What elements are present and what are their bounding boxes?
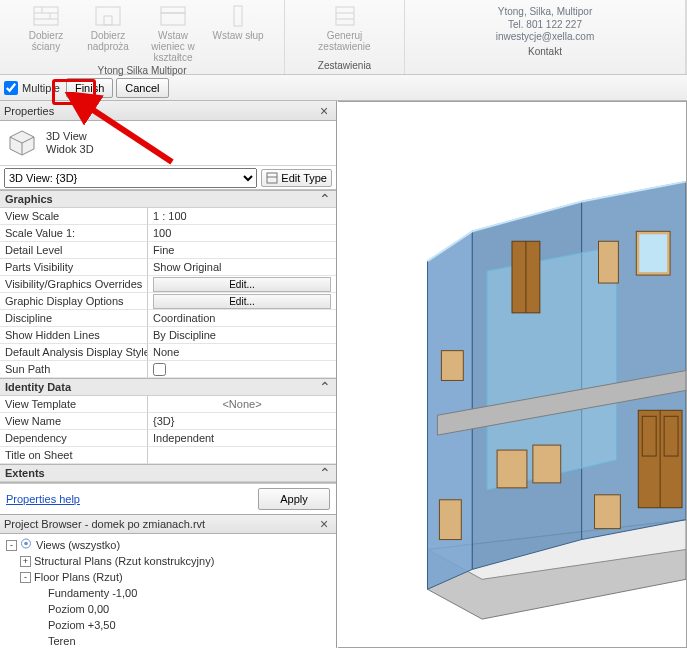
property-key: Show Hidden Lines [0, 327, 148, 344]
properties-help-link[interactable]: Properties help [6, 493, 80, 505]
tree-label: Poziom +3,50 [48, 618, 116, 634]
edit-type-button[interactable]: Edit Type [261, 169, 332, 187]
property-value[interactable] [148, 361, 336, 378]
tree-node[interactable]: -Floor Plans (Rzut) [6, 570, 332, 586]
contact-block[interactable]: Ytong, Silka, Multipor Tel. 801 122 227 … [408, 2, 682, 44]
property-value[interactable]: 1 : 100 [148, 208, 336, 225]
instance-select[interactable]: 3D View: {3D} [4, 168, 257, 188]
wall-icon [32, 4, 60, 28]
ribbon-group-kontakt: Ytong, Silka, Multipor Tel. 801 122 227 … [405, 0, 686, 74]
property-value[interactable]: Coordination [148, 310, 336, 327]
property-value[interactable]: Fine [148, 242, 336, 259]
property-value[interactable]: None [148, 344, 336, 361]
property-row[interactable]: View Name{3D} [0, 413, 336, 430]
close-icon[interactable]: × [316, 516, 332, 532]
multiple-checkbox[interactable]: Multiple [4, 81, 60, 95]
tree-node[interactable]: Poziom 0,00 [6, 602, 332, 618]
property-row[interactable]: Visibility/Graphics OverridesEdit... [0, 276, 336, 293]
edit-button[interactable]: Edit... [153, 277, 331, 292]
property-key: Default Analysis Display Style [0, 344, 148, 361]
collapse-icon[interactable]: - [20, 572, 31, 583]
property-value[interactable]: <None> [148, 396, 336, 413]
collapse-icon[interactable]: ⌃ [319, 379, 331, 395]
property-row[interactable]: DisciplineCoordination [0, 310, 336, 327]
properties-title: Properties [4, 105, 54, 117]
property-key: Dependency [0, 430, 148, 447]
category-label: Identity Data [5, 381, 71, 393]
cancel-button[interactable]: Cancel [116, 78, 168, 98]
property-row[interactable]: Detail LevelFine [0, 242, 336, 259]
3d-viewport[interactable] [338, 101, 687, 648]
finish-button[interactable]: Finish [66, 78, 113, 98]
ribbon-label: Dobierz ściany [16, 30, 76, 52]
type-family: 3D View [46, 130, 94, 143]
property-row[interactable]: Default Analysis Display StyleNone [0, 344, 336, 361]
property-row[interactable]: DependencyIndependent [0, 430, 336, 447]
btn-dobierz-sciany[interactable]: Dobierz ściany [16, 2, 76, 52]
property-key: View Template [0, 396, 148, 413]
category-extents[interactable]: Extents⌃ [0, 464, 336, 482]
property-row[interactable]: Title on Sheet [0, 447, 336, 464]
tree-node[interactable]: Teren [6, 634, 332, 648]
property-row[interactable]: Show Hidden LinesBy Discipline [0, 327, 336, 344]
expand-icon[interactable]: + [20, 556, 31, 567]
3d-view-icon [6, 129, 38, 157]
schedule-icon [331, 4, 359, 28]
property-row[interactable]: Graphic Display OptionsEdit... [0, 293, 336, 310]
browser-title: Project Browser - domek po zmianach.rvt [4, 518, 205, 530]
ribbon-group-title: Kontakt [408, 44, 682, 60]
project-tree[interactable]: -Views (wszystko)+Structural Plans (Rzut… [0, 534, 336, 648]
property-row[interactable]: View Template<None> [0, 396, 336, 413]
property-value[interactable]: 100 [148, 225, 336, 242]
apply-button[interactable]: Apply [258, 488, 330, 510]
collapse-icon[interactable]: - [6, 540, 17, 551]
btn-wstaw-slup[interactable]: Wstaw słup [208, 2, 268, 41]
btn-generuj-zestawienie[interactable]: Generuj zestawienie [302, 2, 388, 52]
edit-button[interactable]: Edit... [153, 294, 331, 309]
ribbon-group-title: Zestawienia [288, 58, 401, 74]
svg-rect-23 [497, 450, 527, 488]
btn-dobierz-nadproza[interactable]: Dobierz nadproża [78, 2, 138, 52]
ring-beam-icon [159, 4, 187, 28]
tree-node[interactable]: Poziom +3,50 [6, 618, 332, 634]
building-render [338, 102, 686, 647]
btn-wstaw-wieniec[interactable]: Wstaw wieniec w kształtce [140, 2, 206, 63]
property-value[interactable]: {3D} [148, 413, 336, 430]
type-selector[interactable]: 3D View Widok 3D [0, 121, 336, 166]
svg-rect-31 [439, 500, 461, 540]
property-value[interactable]: Show Original [148, 259, 336, 276]
tree-node[interactable]: Fundamenty -1,00 [6, 586, 332, 602]
ribbon-label: Wstaw wieniec w kształtce [140, 30, 206, 63]
property-row[interactable]: Sun Path [0, 361, 336, 378]
collapse-icon[interactable]: ⌃ [319, 191, 331, 207]
tree-node[interactable]: +Structural Plans (Rzut konstrukcyjny) [6, 554, 332, 570]
contact-line: Tel. 801 122 227 [416, 19, 674, 32]
tree-node[interactable]: -Views (wszystko) [6, 538, 332, 554]
type-name: Widok 3D [46, 143, 94, 156]
property-checkbox[interactable] [153, 363, 166, 376]
multiple-check-input[interactable] [4, 81, 18, 95]
instance-row: 3D View: {3D} Edit Type [0, 166, 336, 190]
svg-rect-8 [161, 13, 185, 25]
category-label: Graphics [5, 193, 53, 205]
property-value[interactable]: Independent [148, 430, 336, 447]
property-key: Discipline [0, 310, 148, 327]
property-row[interactable]: Parts VisibilityShow Original [0, 259, 336, 276]
category-graphics[interactable]: Graphics⌃ [0, 190, 336, 208]
svg-rect-0 [34, 7, 58, 25]
close-icon[interactable]: × [316, 103, 332, 119]
property-value[interactable] [148, 447, 336, 464]
collapse-icon[interactable]: ⌃ [319, 465, 331, 481]
category-identity[interactable]: Identity Data⌃ [0, 378, 336, 396]
tree-label: Views (wszystko) [36, 538, 120, 554]
property-row[interactable]: Scale Value 1:100 [0, 225, 336, 242]
ribbon-label: Dobierz nadproża [78, 30, 138, 52]
property-row[interactable]: View Scale1 : 100 [0, 208, 336, 225]
property-key: Visibility/Graphics Overrides [0, 276, 148, 293]
edit-type-label: Edit Type [281, 172, 327, 184]
property-value[interactable]: Edit... [148, 293, 336, 310]
tree-label: Teren [48, 634, 76, 648]
lintel-icon [94, 4, 122, 28]
property-value[interactable]: By Discipline [148, 327, 336, 344]
property-value[interactable]: Edit... [148, 276, 336, 293]
